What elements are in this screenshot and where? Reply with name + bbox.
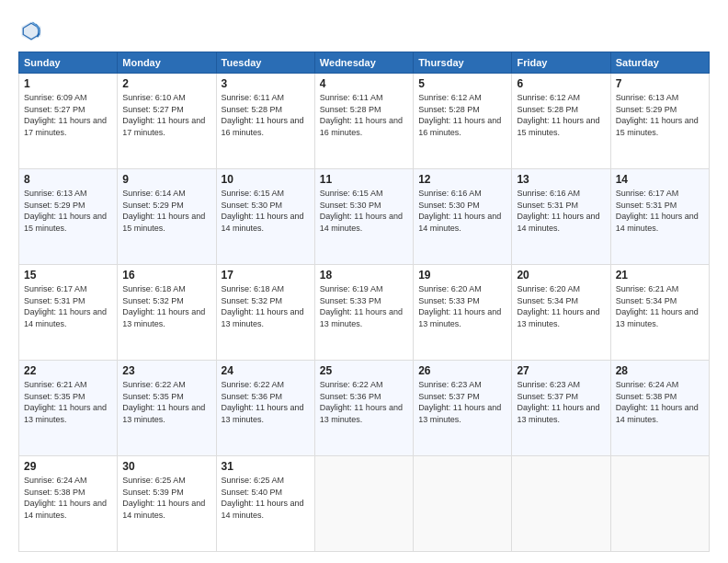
day-number: 27 — [517, 364, 605, 377]
day-number: 18 — [320, 269, 408, 282]
day-number: 28 — [616, 364, 704, 377]
day-detail: Sunrise: 6:22 AMSunset: 5:36 PMDaylight:… — [222, 379, 310, 425]
day-number: 15 — [24, 269, 112, 282]
day-detail: Sunrise: 6:14 AMSunset: 5:29 PMDaylight:… — [122, 188, 210, 234]
calendar-cell: 8Sunrise: 6:13 AMSunset: 5:29 PMDaylight… — [19, 169, 118, 265]
calendar-cell: 5Sunrise: 6:12 AMSunset: 5:28 PMDaylight… — [414, 74, 512, 169]
calendar-cell: 31Sunrise: 6:25 AMSunset: 5:40 PMDayligh… — [216, 456, 314, 552]
calendar-cell: 28Sunrise: 6:24 AMSunset: 5:38 PMDayligh… — [610, 361, 709, 456]
day-number: 22 — [24, 364, 112, 377]
calendar-cell: 19Sunrise: 6:20 AMSunset: 5:33 PMDayligh… — [414, 265, 512, 361]
day-number: 17 — [222, 269, 310, 282]
day-number: 11 — [320, 173, 408, 186]
calendar-cell: 27Sunrise: 6:23 AMSunset: 5:37 PMDayligh… — [512, 361, 610, 456]
col-header-thursday: Thursday — [414, 52, 512, 74]
col-header-friday: Friday — [512, 52, 610, 74]
calendar-table: SundayMondayTuesdayWednesdayThursdayFrid… — [18, 52, 710, 552]
col-header-monday: Monday — [118, 52, 216, 74]
day-detail: Sunrise: 6:20 AMSunset: 5:33 PMDaylight:… — [418, 283, 506, 329]
day-detail: Sunrise: 6:21 AMSunset: 5:35 PMDaylight:… — [24, 379, 112, 425]
calendar-cell: 29Sunrise: 6:24 AMSunset: 5:38 PMDayligh… — [19, 456, 118, 552]
day-number: 9 — [122, 173, 210, 186]
day-number: 24 — [222, 364, 310, 377]
week-row-5: 29Sunrise: 6:24 AMSunset: 5:38 PMDayligh… — [19, 456, 710, 552]
calendar-cell: 12Sunrise: 6:16 AMSunset: 5:30 PMDayligh… — [414, 169, 512, 265]
col-header-tuesday: Tuesday — [216, 52, 314, 74]
calendar-cell: 13Sunrise: 6:16 AMSunset: 5:31 PMDayligh… — [512, 169, 610, 265]
day-number: 16 — [122, 269, 210, 282]
calendar-cell: 16Sunrise: 6:18 AMSunset: 5:32 PMDayligh… — [118, 265, 216, 361]
day-number: 30 — [122, 460, 210, 473]
day-number: 3 — [222, 77, 310, 90]
day-detail: Sunrise: 6:17 AMSunset: 5:31 PMDaylight:… — [24, 283, 112, 329]
calendar-cell: 24Sunrise: 6:22 AMSunset: 5:36 PMDayligh… — [216, 361, 314, 456]
day-detail: Sunrise: 6:09 AMSunset: 5:27 PMDaylight:… — [24, 92, 112, 138]
day-detail: Sunrise: 6:25 AMSunset: 5:39 PMDaylight:… — [122, 475, 210, 521]
calendar-cell: 14Sunrise: 6:17 AMSunset: 5:31 PMDayligh… — [610, 169, 709, 265]
day-number: 13 — [517, 173, 605, 186]
calendar-cell: 18Sunrise: 6:19 AMSunset: 5:33 PMDayligh… — [314, 265, 413, 361]
day-detail: Sunrise: 6:22 AMSunset: 5:36 PMDaylight:… — [320, 379, 408, 425]
day-number: 8 — [24, 173, 112, 186]
day-detail: Sunrise: 6:11 AMSunset: 5:28 PMDaylight:… — [222, 92, 310, 138]
day-detail: Sunrise: 6:13 AMSunset: 5:29 PMDaylight:… — [24, 188, 112, 234]
day-detail: Sunrise: 6:12 AMSunset: 5:28 PMDaylight:… — [517, 92, 605, 138]
calendar-cell: 10Sunrise: 6:15 AMSunset: 5:30 PMDayligh… — [216, 169, 314, 265]
calendar-cell: 15Sunrise: 6:17 AMSunset: 5:31 PMDayligh… — [19, 265, 118, 361]
day-detail: Sunrise: 6:22 AMSunset: 5:35 PMDaylight:… — [122, 379, 210, 425]
calendar-cell: 4Sunrise: 6:11 AMSunset: 5:28 PMDaylight… — [314, 74, 413, 169]
week-row-3: 15Sunrise: 6:17 AMSunset: 5:31 PMDayligh… — [19, 265, 710, 361]
header-row: SundayMondayTuesdayWednesdayThursdayFrid… — [19, 52, 710, 74]
day-number: 1 — [24, 77, 112, 90]
day-number: 6 — [517, 77, 605, 90]
day-number: 25 — [320, 364, 408, 377]
day-detail: Sunrise: 6:20 AMSunset: 5:34 PMDaylight:… — [517, 283, 605, 329]
calendar-cell — [610, 456, 709, 552]
day-number: 7 — [616, 77, 704, 90]
day-number: 31 — [222, 460, 310, 473]
calendar-cell: 1Sunrise: 6:09 AMSunset: 5:27 PMDaylight… — [19, 74, 118, 169]
calendar-cell: 25Sunrise: 6:22 AMSunset: 5:36 PMDayligh… — [314, 361, 413, 456]
day-detail: Sunrise: 6:13 AMSunset: 5:29 PMDaylight:… — [616, 92, 704, 138]
col-header-sunday: Sunday — [19, 52, 118, 74]
calendar-cell: 21Sunrise: 6:21 AMSunset: 5:34 PMDayligh… — [610, 265, 709, 361]
calendar-cell — [314, 456, 413, 552]
calendar-cell — [414, 456, 512, 552]
calendar-cell: 6Sunrise: 6:12 AMSunset: 5:28 PMDaylight… — [512, 74, 610, 169]
calendar-cell: 9Sunrise: 6:14 AMSunset: 5:29 PMDaylight… — [118, 169, 216, 265]
day-number: 29 — [24, 460, 112, 473]
day-detail: Sunrise: 6:12 AMSunset: 5:28 PMDaylight:… — [418, 92, 506, 138]
week-row-1: 1Sunrise: 6:09 AMSunset: 5:27 PMDaylight… — [19, 74, 710, 169]
calendar-cell: 7Sunrise: 6:13 AMSunset: 5:29 PMDaylight… — [610, 74, 709, 169]
day-number: 21 — [616, 269, 704, 282]
logo-icon — [18, 18, 44, 44]
col-header-saturday: Saturday — [610, 52, 709, 74]
calendar-cell: 23Sunrise: 6:22 AMSunset: 5:35 PMDayligh… — [118, 361, 216, 456]
day-number: 2 — [122, 77, 210, 90]
day-number: 19 — [418, 269, 506, 282]
day-detail: Sunrise: 6:23 AMSunset: 5:37 PMDaylight:… — [418, 379, 506, 425]
header — [18, 15, 710, 44]
day-number: 10 — [222, 173, 310, 186]
calendar-cell: 26Sunrise: 6:23 AMSunset: 5:37 PMDayligh… — [414, 361, 512, 456]
day-number: 23 — [122, 364, 210, 377]
day-detail: Sunrise: 6:21 AMSunset: 5:34 PMDaylight:… — [616, 283, 704, 329]
calendar-cell: 20Sunrise: 6:20 AMSunset: 5:34 PMDayligh… — [512, 265, 610, 361]
calendar-cell — [512, 456, 610, 552]
week-row-4: 22Sunrise: 6:21 AMSunset: 5:35 PMDayligh… — [19, 361, 710, 456]
calendar-cell: 30Sunrise: 6:25 AMSunset: 5:39 PMDayligh… — [118, 456, 216, 552]
day-detail: Sunrise: 6:24 AMSunset: 5:38 PMDaylight:… — [24, 475, 112, 521]
day-detail: Sunrise: 6:11 AMSunset: 5:28 PMDaylight:… — [320, 92, 408, 138]
calendar-cell: 17Sunrise: 6:18 AMSunset: 5:32 PMDayligh… — [216, 265, 314, 361]
day-detail: Sunrise: 6:17 AMSunset: 5:31 PMDaylight:… — [616, 188, 704, 234]
calendar-cell: 22Sunrise: 6:21 AMSunset: 5:35 PMDayligh… — [19, 361, 118, 456]
day-detail: Sunrise: 6:18 AMSunset: 5:32 PMDaylight:… — [122, 283, 210, 329]
day-detail: Sunrise: 6:15 AMSunset: 5:30 PMDaylight:… — [320, 188, 408, 234]
week-row-2: 8Sunrise: 6:13 AMSunset: 5:29 PMDaylight… — [19, 169, 710, 265]
day-detail: Sunrise: 6:15 AMSunset: 5:30 PMDaylight:… — [222, 188, 310, 234]
day-detail: Sunrise: 6:16 AMSunset: 5:30 PMDaylight:… — [418, 188, 506, 234]
day-detail: Sunrise: 6:19 AMSunset: 5:33 PMDaylight:… — [320, 283, 408, 329]
day-detail: Sunrise: 6:10 AMSunset: 5:27 PMDaylight:… — [122, 92, 210, 138]
day-detail: Sunrise: 6:23 AMSunset: 5:37 PMDaylight:… — [517, 379, 605, 425]
logo — [18, 18, 48, 44]
